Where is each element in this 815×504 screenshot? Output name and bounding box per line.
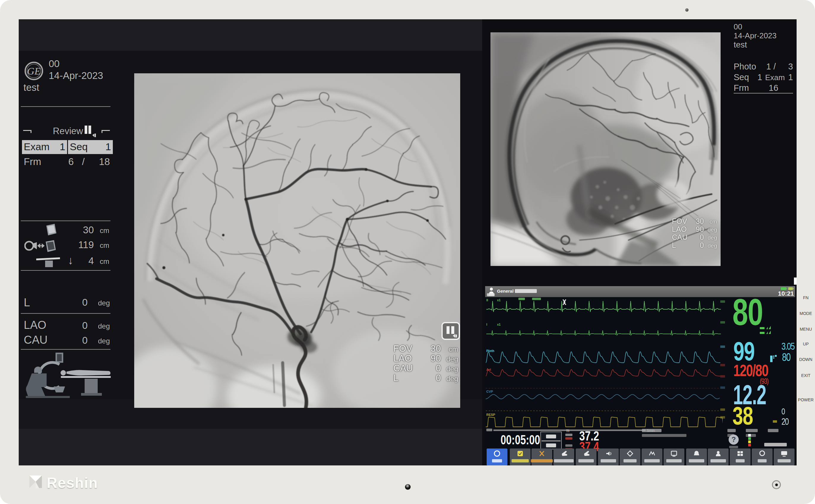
svg-text:RESP: RESP xyxy=(486,413,495,416)
svg-text:GE: GE xyxy=(27,66,41,77)
svg-text:Art: Art xyxy=(486,368,491,371)
svg-text:x1: x1 xyxy=(497,298,501,302)
svg-text:II: II xyxy=(486,298,488,302)
svg-text:CVP: CVP xyxy=(486,390,493,393)
svg-text:Pleth: Pleth xyxy=(486,349,494,353)
svg-text:I: I xyxy=(486,323,487,326)
svg-text:x1: x1 xyxy=(497,323,501,326)
svg-text:Reshin: Reshin xyxy=(47,475,98,491)
